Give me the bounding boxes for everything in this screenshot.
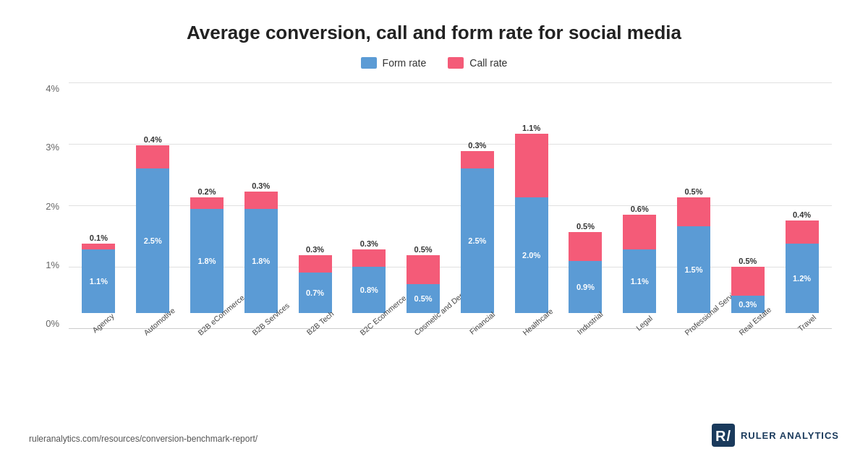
call-rate-top-label: 0.5% — [739, 257, 757, 265]
call-bar — [569, 232, 602, 261]
y-label-1: 1% — [36, 260, 65, 270]
y-label-4: 4% — [36, 83, 65, 94]
call-rate-top-label: 0.3% — [306, 245, 324, 254]
bar-group: 1.1%2.0%Healthcare — [515, 124, 548, 329]
bar-group: 0.5%0.9%Industrial — [569, 222, 602, 329]
bar-group: 0.4%2.5%Automotive — [136, 135, 169, 329]
call-bar — [136, 145, 169, 168]
form-bar-label: 1.8% — [252, 257, 270, 265]
legend-form-rate-label: Form rate — [383, 57, 427, 69]
legend-call-rate: Call rate — [448, 57, 507, 69]
form-bar-label: 1.2% — [793, 274, 811, 283]
form-bar: 2.0% — [515, 197, 548, 313]
bar-group: 0.1%1.1%Agency — [82, 234, 115, 329]
bar-group: 0.4%1.2%Travel — [786, 210, 819, 329]
chart-legend: Form rate Call rate — [29, 57, 839, 69]
form-bar-label: 0.8% — [360, 286, 378, 294]
call-bar — [461, 151, 494, 168]
bar-group: 0.5%1.5%Professional Services — [677, 187, 710, 329]
call-bar — [407, 255, 440, 284]
call-rate-top-label: 0.6% — [631, 205, 649, 213]
bar-group: 0.3%1.8%B2B Services — [244, 181, 278, 329]
bar-group: 0.3%2.5%Financial — [461, 141, 494, 329]
legend-form-rate-box — [361, 57, 377, 69]
legend-call-rate-label: Call rate — [469, 57, 507, 69]
footer-url: ruleranalytics.com/resources/conversion-… — [29, 434, 258, 444]
form-bar: 1.8% — [190, 209, 224, 313]
form-bar-label: 1.1% — [631, 277, 649, 286]
call-rate-top-label: 0.1% — [90, 234, 108, 242]
form-bar-label: 0.5% — [414, 294, 433, 303]
call-bar — [244, 192, 278, 209]
ruler-analytics-icon: R/ — [712, 424, 735, 447]
form-bar-label: 2.5% — [468, 236, 486, 245]
form-bar-label: 1.1% — [90, 277, 108, 286]
bar-group: 0.5%0.3%Real Estate — [731, 257, 765, 329]
y-label-0: 0% — [36, 318, 65, 329]
bar-group: 0.2%1.8%B2B eCommerce — [190, 187, 224, 329]
form-bar: 2.5% — [461, 168, 494, 313]
footer-logo: R/ RULER ANALYTICS — [712, 424, 839, 447]
legend-form-rate: Form rate — [361, 57, 427, 69]
form-bar: 1.8% — [244, 209, 278, 313]
call-rate-top-label: 0.3% — [360, 239, 378, 248]
y-label-2: 2% — [36, 201, 65, 212]
call-bar — [190, 197, 224, 209]
call-bar — [82, 244, 115, 249]
call-rate-top-label: 0.2% — [197, 187, 216, 196]
bar-group: 0.3%0.7%B2B Tech — [299, 245, 332, 329]
y-label-3: 3% — [36, 142, 65, 153]
form-bar: 1.1% — [82, 249, 115, 313]
legend-call-rate-box — [448, 57, 464, 69]
form-bar-label: 0.3% — [739, 300, 757, 309]
call-rate-top-label: 0.3% — [252, 181, 270, 190]
call-bar — [352, 249, 386, 267]
call-bar — [731, 267, 765, 296]
call-rate-top-label: 0.5% — [684, 187, 702, 196]
form-bar-label: 2.5% — [144, 236, 162, 245]
chart-title: Average conversion, call and form rate f… — [29, 22, 839, 44]
form-bar-label: 0.9% — [576, 283, 595, 291]
form-bar: 0.8% — [352, 267, 386, 313]
form-bar-label: 1.8% — [197, 257, 216, 265]
call-rate-top-label: 0.4% — [793, 210, 811, 219]
call-rate-top-label: 0.3% — [468, 141, 486, 150]
form-bar: 1.1% — [623, 249, 656, 313]
form-bar: 0.9% — [569, 261, 602, 313]
call-rate-top-label: 0.5% — [576, 222, 595, 231]
form-bar: 1.5% — [677, 226, 710, 313]
svg-text:R/: R/ — [715, 428, 731, 444]
call-bar — [786, 220, 819, 244]
chart-plot-area: 0.1%1.1%Agency0.4%2.5%Automotive0.2%1.8%… — [69, 83, 832, 329]
call-bar — [623, 215, 656, 249]
call-rate-top-label: 0.4% — [144, 135, 162, 144]
form-bar: 1.2% — [786, 244, 819, 313]
call-rate-top-label: 1.1% — [522, 124, 540, 132]
form-bar: 2.5% — [136, 168, 169, 313]
footer-logo-text: RULER ANALYTICS — [741, 430, 839, 441]
call-bar — [677, 197, 710, 226]
call-bar — [515, 134, 548, 197]
call-rate-top-label: 0.5% — [414, 245, 433, 254]
form-bar-label: 0.7% — [306, 288, 324, 297]
form-bar-label: 1.5% — [684, 265, 702, 274]
bar-group: 0.6%1.1%Legal — [623, 205, 656, 329]
call-bar — [299, 255, 332, 273]
form-bar-label: 2.0% — [522, 251, 540, 260]
chart-container: Average conversion, call and form rate f… — [0, 0, 868, 454]
bar-group: 0.3%0.8%B2C Ecommerce — [352, 239, 386, 329]
bar-group: 0.5%0.5%Cosmetic and Dental — [407, 245, 440, 329]
